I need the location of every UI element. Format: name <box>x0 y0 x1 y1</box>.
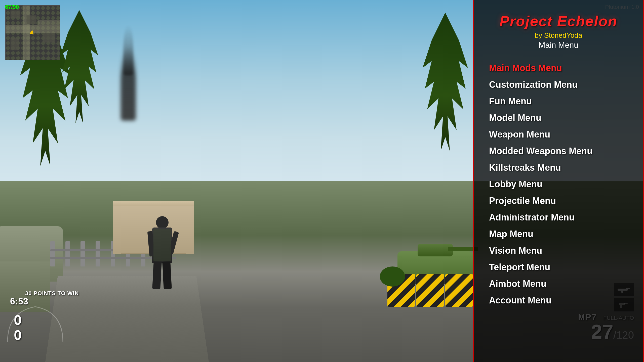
menu-title: Project Echelon <box>500 13 617 29</box>
menu-item-5[interactable]: Modded Weapons Menu <box>484 143 633 159</box>
score-value-1: 0 <box>14 312 22 328</box>
player-marker <box>30 30 34 34</box>
menu-item-6[interactable]: Killstreaks Menu <box>484 159 633 176</box>
fence-post <box>80 241 85 266</box>
menu-item-14[interactable]: Account Menu <box>484 292 633 309</box>
menu-section: Main Menu <box>539 40 578 50</box>
fence-post <box>96 241 100 266</box>
fence-post <box>50 241 55 266</box>
menu-panel: Project Echelon by StonedYoda Main Menu … <box>473 0 644 362</box>
menu-item-10[interactable]: Map Menu <box>484 226 633 242</box>
svg-rect-2 <box>38 20 60 25</box>
svg-rect-3 <box>26 15 36 24</box>
player-character <box>148 216 176 289</box>
vest-detail <box>153 229 171 261</box>
fence-post <box>65 241 70 266</box>
minimap-inner <box>6 6 60 60</box>
menu-item-4[interactable]: Weapon Menu <box>484 126 633 143</box>
svg-rect-4 <box>11 11 20 18</box>
menu-item-11[interactable]: Vision Menu <box>484 242 633 259</box>
barrier3 <box>445 274 473 307</box>
menu-item-12[interactable]: Teleport Menu <box>484 259 633 276</box>
score-arc-svg <box>0 297 70 347</box>
menu-item-0[interactable]: Main Mods Menu <box>484 60 633 76</box>
svg-rect-6 <box>11 38 19 50</box>
menu-item-9[interactable]: Administrator Menu <box>484 209 633 226</box>
bush-right <box>380 266 405 287</box>
building-roof <box>113 201 194 206</box>
menu-item-3[interactable]: Model Menu <box>484 110 633 126</box>
barrier2 <box>416 274 444 307</box>
tank-turret <box>418 244 453 256</box>
svg-rect-1 <box>23 6 30 60</box>
smoke-effect2 <box>123 25 133 75</box>
menu-item-1[interactable]: Customization Menu <box>484 76 633 93</box>
hud-points-to-win: 30 POINTS TO WIN <box>25 290 79 297</box>
team-score: 67/90 <box>5 4 19 10</box>
menu-subtitle: by StonedYoda <box>535 31 582 39</box>
menu-items: Main Mods MenuCustomization MenuFun Menu… <box>484 60 633 309</box>
menu-item-8[interactable]: Projectile Menu <box>484 193 633 209</box>
svg-rect-5 <box>43 33 55 42</box>
minimap <box>5 5 60 60</box>
menu-item-13[interactable]: Aimbot Menu <box>484 276 633 292</box>
score-value-2: 0 <box>14 327 22 343</box>
menu-item-2[interactable]: Fun Menu <box>484 93 633 110</box>
menu-item-7[interactable]: Lobby Menu <box>484 176 633 193</box>
score-arc-container: 0 0 <box>0 297 70 347</box>
